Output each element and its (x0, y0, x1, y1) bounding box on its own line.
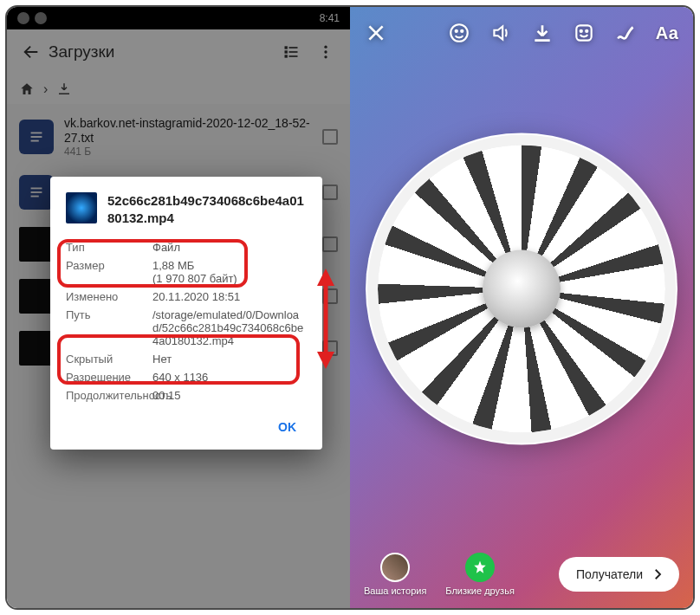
prop-label: Размер (66, 259, 152, 285)
prop-label: Тип (66, 241, 152, 254)
dialog-thumb (66, 192, 97, 223)
svg-point-18 (450, 24, 468, 42)
avatar-icon (380, 553, 410, 582)
ok-button[interactable]: OK (268, 413, 307, 441)
sound-button[interactable] (483, 16, 518, 50)
close-friends-button[interactable]: Близкие друзья (445, 553, 514, 596)
star-icon (465, 553, 495, 582)
prop-label: Изменено (66, 290, 152, 303)
prop-value: Нет (152, 353, 307, 366)
draw-button[interactable] (608, 16, 643, 50)
prop-value: /storage/emulated/0/Download/52c66c281b4… (152, 308, 307, 347)
chevron-right-icon (650, 566, 665, 582)
svg-point-22 (580, 30, 582, 32)
story-editor: Aa Ваша история Близкие друзья Получател… (350, 7, 693, 608)
svg-point-20 (461, 30, 463, 32)
svg-point-23 (586, 30, 587, 32)
stickers-button[interactable] (567, 16, 601, 50)
label: Получатели (576, 567, 643, 581)
file-properties-dialog: 52c66c281b49c734068c6be4a0180132.mp4 Тип… (50, 177, 322, 450)
prop-value: (1 970 807 байт) (152, 272, 237, 285)
download-button[interactable] (525, 16, 560, 50)
svg-point-19 (456, 30, 457, 32)
prop-value: 00:15 (152, 389, 307, 402)
prop-label: Путь (66, 308, 152, 347)
prop-value: 1,88 МБ (152, 259, 194, 272)
recipients-button[interactable]: Получатели (559, 557, 679, 592)
prop-label: Продолжительность (66, 389, 152, 402)
story-toolbar: Aa (350, 7, 693, 59)
prop-label: Скрытый (66, 353, 152, 366)
story-share-bar: Ваша история Близкие друзья Получатели (350, 541, 693, 608)
prop-label: Разрешение (66, 371, 152, 384)
prop-value: 20.11.2020 18:51 (152, 290, 307, 303)
close-button[interactable] (359, 16, 393, 50)
story-media-preview[interactable] (366, 133, 677, 444)
properties-list: ТипФайл Размер1,88 МБ(1 970 807 байт) Из… (66, 238, 307, 405)
text-button[interactable]: Aa (650, 16, 684, 50)
svg-rect-21 (576, 25, 591, 40)
prop-value: Файл (152, 241, 307, 254)
label: Близкие друзья (445, 586, 514, 596)
prop-value: 640 x 1136 (152, 371, 307, 384)
effects-button[interactable] (442, 16, 476, 50)
label: Ваша история (364, 586, 426, 596)
your-story-button[interactable]: Ваша история (364, 553, 426, 596)
dialog-title: 52c66c281b49c734068c6be4a0180132.mp4 (107, 192, 307, 226)
